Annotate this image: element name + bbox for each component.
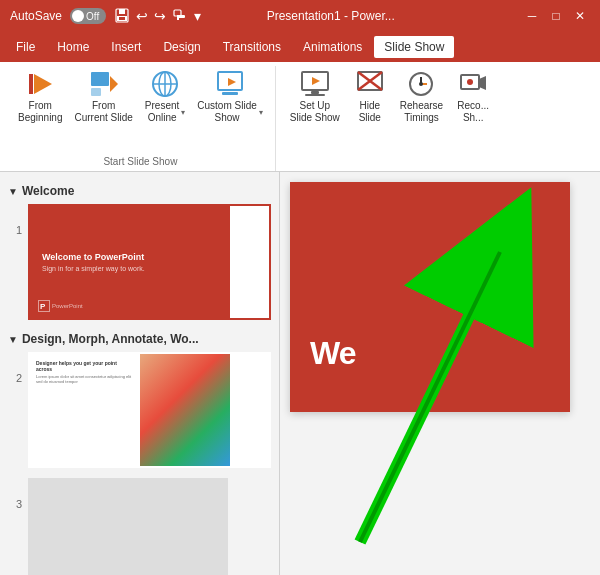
custom-slideshow-icon (214, 68, 246, 100)
title-bar-icons: ↩ ↪ ▾ (114, 8, 201, 24)
hide-slide-icon (354, 68, 386, 100)
ribbon-group-setup: Set UpSlide Show HideSlide (278, 66, 503, 171)
svg-marker-31 (479, 76, 486, 90)
menu-transitions[interactable]: Transitions (213, 36, 291, 58)
menu-bar: File Home Insert Design Transitions Anim… (0, 32, 600, 62)
title-bar: AutoSave Off ↩ ↪ (0, 0, 600, 32)
menu-design[interactable]: Design (153, 36, 210, 58)
slide1-subtitle: Sign in for a simpler way to work. (42, 265, 145, 272)
ribbon-buttons-start: FromBeginning FromCurrent Slide (14, 66, 267, 126)
autosave-label: AutoSave (10, 9, 62, 23)
svg-rect-8 (29, 74, 33, 94)
slide-number-1: 1 (8, 224, 22, 236)
main-slide-title: We (310, 335, 355, 372)
ribbon-group-start-slideshow: FromBeginning FromCurrent Slide (6, 66, 276, 171)
hide-slide-label: HideSlide (359, 100, 381, 124)
setup-group-label (389, 156, 392, 167)
slide2-right-image (140, 354, 230, 466)
svg-rect-10 (91, 88, 101, 96)
section-design-header[interactable]: ▼ Design, Morph, Annotate, Wo... (0, 328, 279, 350)
custom-slideshow-button[interactable]: Custom SlideShow ▾ (193, 66, 266, 126)
svg-point-29 (419, 82, 423, 86)
slide2-body-text: Lorem ipsum dolor sit amet consectetur a… (36, 374, 134, 384)
rehearse-timings-button[interactable]: RehearseTimings (396, 66, 447, 126)
menu-slide-show[interactable]: Slide Show (374, 36, 454, 58)
record-slideshow-button[interactable]: Reco...Sh... (451, 66, 495, 126)
title-bar-left: AutoSave Off ↩ ↪ (10, 8, 201, 24)
menu-home[interactable]: Home (47, 36, 99, 58)
custom-slideshow-arrow: ▾ (259, 108, 263, 117)
slide-item-3[interactable]: 3 (0, 476, 279, 575)
slide-thumb-3[interactable] (28, 478, 228, 575)
svg-point-32 (467, 79, 473, 85)
from-current-button[interactable]: FromCurrent Slide (70, 66, 136, 126)
autosave-toggle[interactable]: Off (70, 8, 106, 24)
svg-rect-20 (311, 91, 319, 94)
start-slideshow-group-label: Start Slide Show (103, 156, 177, 167)
from-current-label: FromCurrent Slide (74, 100, 132, 124)
svg-text:P: P (40, 302, 46, 311)
svg-marker-7 (34, 74, 52, 94)
present-online-label: PresentOnline (145, 100, 179, 124)
section-welcome-title: Welcome (22, 184, 74, 198)
slide-item-2[interactable]: 2 Designer helps you get your point acro… (0, 350, 279, 470)
slide2-left-content: Designer helps you get your point across… (30, 354, 140, 466)
svg-rect-3 (119, 17, 125, 20)
format-painter-icon[interactable] (172, 8, 188, 24)
from-current-icon (88, 68, 120, 100)
slide-panel[interactable]: ▼ Welcome 1 Welcome to PowerPoint Sign i… (0, 172, 280, 575)
section-welcome-header[interactable]: ▼ Welcome (0, 180, 279, 202)
title-bar-controls: ─ □ ✕ (460, 6, 590, 26)
redo-icon[interactable]: ↪ (154, 8, 166, 24)
slide2-title: Designer helps you get your point across (36, 360, 134, 372)
close-button[interactable]: ✕ (570, 6, 590, 26)
svg-rect-17 (222, 92, 238, 95)
slide2-image (140, 354, 230, 466)
minimize-button[interactable]: ─ (522, 6, 542, 26)
main-slide-canvas: We (290, 182, 570, 412)
svg-rect-1 (119, 9, 125, 14)
undo-icon[interactable]: ↩ (136, 8, 148, 24)
quick-access-customize[interactable]: ▾ (194, 8, 201, 24)
section-collapse-arrow: ▼ (8, 186, 18, 197)
hide-slide-button[interactable]: HideSlide (348, 66, 392, 126)
presentation-title: Presentation1 - Power... (201, 9, 460, 23)
slide-thumb-2[interactable]: Designer helps you get your point across… (28, 352, 271, 468)
present-online-arrow: ▾ (181, 108, 185, 117)
record-slideshow-icon (457, 68, 489, 100)
section-design-arrow: ▼ (8, 334, 18, 345)
svg-marker-22 (312, 77, 320, 85)
from-beginning-icon (24, 68, 56, 100)
svg-marker-11 (110, 76, 118, 92)
slide1-logo: P PowerPoint (38, 300, 83, 312)
main-area: ▼ Welcome 1 Welcome to PowerPoint Sign i… (0, 172, 600, 575)
svg-marker-18 (228, 78, 236, 86)
slide-item-1[interactable]: 1 Welcome to PowerPoint Sign in for a si… (0, 202, 279, 322)
setup-slideshow-label: Set UpSlide Show (290, 100, 340, 124)
slide-thumb-1[interactable]: Welcome to PowerPoint Sign in for a simp… (28, 204, 271, 320)
ribbon: FromBeginning FromCurrent Slide (0, 62, 600, 172)
save-icon[interactable] (114, 8, 130, 24)
menu-file[interactable]: File (6, 36, 45, 58)
section-design-title: Design, Morph, Annotate, Wo... (22, 332, 199, 346)
slide1-background: Welcome to PowerPoint Sign in for a simp… (30, 206, 230, 318)
menu-animations[interactable]: Animations (293, 36, 372, 58)
svg-rect-21 (305, 94, 325, 96)
svg-rect-9 (91, 72, 109, 86)
ribbon-buttons-setup: Set UpSlide Show HideSlide (286, 66, 495, 126)
svg-rect-6 (177, 15, 185, 18)
present-online-icon (149, 68, 181, 100)
toggle-off-label: Off (86, 11, 99, 22)
setup-slideshow-button[interactable]: Set UpSlide Show (286, 66, 344, 126)
maximize-button[interactable]: □ (546, 6, 566, 26)
slide-number-3: 3 (8, 498, 22, 510)
menu-insert[interactable]: Insert (101, 36, 151, 58)
toggle-knob (72, 10, 84, 22)
from-beginning-button[interactable]: FromBeginning (14, 66, 66, 126)
setup-slideshow-icon (299, 68, 331, 100)
from-beginning-label: FromBeginning (18, 100, 62, 124)
slide2-background: Designer helps you get your point across… (30, 354, 230, 466)
slide1-logo-text: PowerPoint (52, 303, 83, 309)
slide-thumb-inner-1: Welcome to PowerPoint Sign in for a simp… (30, 206, 230, 318)
present-online-button[interactable]: PresentOnline ▾ (141, 66, 189, 126)
